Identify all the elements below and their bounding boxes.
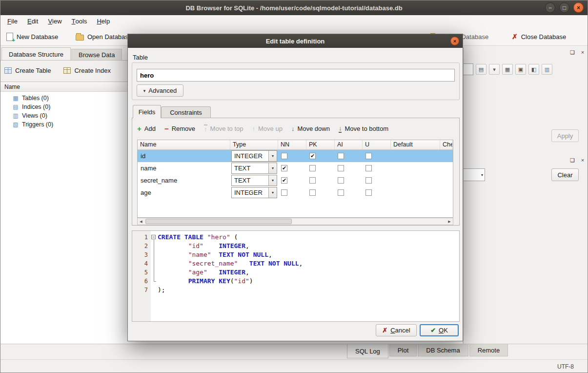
menu-item-help[interactable]: Help <box>92 15 115 27</box>
ai-checkbox[interactable] <box>338 153 344 159</box>
field-name-cell[interactable]: id <box>138 150 230 162</box>
pk-checkbox[interactable] <box>309 165 316 171</box>
advanced-toggle-button[interactable]: ▾ Advanced <box>137 84 183 97</box>
check-cell[interactable] <box>440 150 453 162</box>
dock-toolbar-icon[interactable]: ◧ <box>528 64 539 75</box>
close-database-button[interactable]: ✗ Close Database <box>508 29 570 44</box>
u-checkbox[interactable] <box>365 189 372 196</box>
default-cell[interactable] <box>391 162 440 174</box>
check-cell[interactable] <box>440 162 453 174</box>
field-row-secret-name[interactable]: secret_nameTEXT▾✔ <box>138 174 453 186</box>
bottom-tab-db-schema[interactable]: DB Schema <box>418 344 468 356</box>
dock-text-field[interactable] <box>464 63 473 75</box>
remove-button[interactable]: −Remove <box>164 124 195 133</box>
dock-toolbar-icon[interactable]: ▣ <box>515 64 526 75</box>
dock2-close-icon[interactable]: × <box>579 157 586 164</box>
table-name-input[interactable] <box>137 69 455 82</box>
create-table-button[interactable]: Create Table <box>4 67 51 74</box>
default-cell[interactable] <box>391 150 440 162</box>
ok-button[interactable]: ✔ OK <box>420 324 459 336</box>
u-checkbox[interactable] <box>365 153 372 159</box>
fold-collapse-icon[interactable]: − <box>151 235 156 239</box>
move-to-bottom-button[interactable]: ↓Move to bottom <box>339 124 388 133</box>
nn-checkbox[interactable]: ✔ <box>281 177 287 184</box>
minimize-button[interactable]: − <box>545 2 555 13</box>
dock-toolbar-icon[interactable]: ▥ <box>542 64 552 75</box>
combobox-dropdown-icon[interactable]: ▾ <box>268 163 277 173</box>
tab-browse-data[interactable]: Browse Data <box>71 49 122 61</box>
u-checkbox[interactable] <box>365 165 372 171</box>
cancel-button[interactable]: ✗ Cancel <box>376 324 417 336</box>
ai-checkbox[interactable] <box>338 189 344 196</box>
dock2-float-icon[interactable]: ❏ <box>569 157 576 164</box>
combobox-dropdown-icon[interactable]: ▾ <box>268 187 277 198</box>
ai-checkbox[interactable] <box>338 177 344 184</box>
column-header-type[interactable]: Type <box>230 140 278 149</box>
dock1-float-icon[interactable]: ❏ <box>569 49 576 56</box>
sql-token: "age" <box>188 269 207 276</box>
scrollbar-thumb[interactable] <box>145 219 292 224</box>
move-down-button[interactable]: ↓Move down <box>291 125 330 132</box>
dock-toolbar-icon[interactable]: ▤ <box>476 64 487 75</box>
dock1-close-icon[interactable]: × <box>579 49 586 56</box>
type-combobox[interactable]: INTEGER▾ <box>231 187 277 198</box>
bottom-tab-remote[interactable]: Remote <box>469 344 508 356</box>
field-name-cell[interactable]: name <box>138 162 230 174</box>
column-header-pk[interactable]: PK <box>306 140 335 149</box>
dialog-close-button[interactable]: × <box>450 37 459 45</box>
nn-checkbox[interactable] <box>281 189 287 196</box>
open-database-button[interactable]: Open Database <box>72 29 136 44</box>
pk-checkbox[interactable] <box>309 177 316 184</box>
column-header-u[interactable]: U <box>363 140 391 149</box>
type-combobox[interactable]: INTEGER▾ <box>231 150 277 162</box>
field-row-name[interactable]: nameTEXT▾✔ <box>138 162 453 174</box>
add-button[interactable]: +Add <box>137 124 156 133</box>
new-database-button[interactable]: + New Database <box>2 29 62 44</box>
check-cell[interactable] <box>440 174 453 186</box>
create-index-button[interactable]: Create Index <box>63 67 110 74</box>
line-number: 7 <box>132 286 151 294</box>
scroll-right-icon[interactable]: ▶ <box>446 220 453 224</box>
default-cell[interactable] <box>391 186 440 199</box>
tab-constraints[interactable]: Constraints <box>161 106 211 118</box>
clear-button[interactable]: Clear <box>551 168 579 181</box>
tab-fields[interactable]: Fields <box>133 105 161 118</box>
close-button[interactable]: × <box>573 2 584 13</box>
column-header-ai[interactable]: AI <box>335 140 363 149</box>
check-cell[interactable] <box>440 186 453 199</box>
dock-toolbar-icon[interactable]: ▾ <box>489 64 500 75</box>
combobox-dropdown-icon[interactable]: ▾ <box>268 151 277 161</box>
field-row-id[interactable]: idINTEGER▾✔ <box>138 150 453 162</box>
column-header-check[interactable]: Check <box>440 140 453 149</box>
nn-checkbox[interactable]: ✔ <box>281 165 287 171</box>
field-name-cell[interactable]: secret_name <box>138 174 230 186</box>
pk-checkbox[interactable]: ✔ <box>309 153 316 159</box>
menu-item-edit[interactable]: Edit <box>22 15 43 27</box>
pk-checkbox[interactable] <box>309 189 316 196</box>
nn-checkbox[interactable] <box>281 153 287 159</box>
ai-checkbox[interactable] <box>338 165 344 171</box>
maximize-button[interactable]: □ <box>559 2 569 13</box>
bottom-tab-plot[interactable]: Plot <box>389 344 417 356</box>
column-header-name[interactable]: Name <box>138 140 230 149</box>
field-row-age[interactable]: ageINTEGER▾ <box>138 186 453 199</box>
u-checkbox[interactable] <box>365 177 372 184</box>
scroll-left-icon[interactable]: ◀ <box>138 220 144 224</box>
bottom-tab-sql-log[interactable]: SQL Log <box>347 344 388 358</box>
sql-token <box>207 269 219 276</box>
menu-item-file[interactable]: File <box>2 15 22 27</box>
apply-button[interactable]: Apply <box>551 129 579 142</box>
type-combobox[interactable]: TEXT▾ <box>231 163 277 174</box>
menu-item-view[interactable]: View <box>43 15 66 27</box>
field-name-cell[interactable]: age <box>138 186 230 199</box>
tab-database-structure[interactable]: Database Structure <box>1 47 71 61</box>
combobox-dropdown-icon[interactable]: ▾ <box>268 175 277 186</box>
horizontal-scrollbar[interactable]: ◀ ▶ <box>137 218 453 225</box>
type-combobox[interactable]: TEXT▾ <box>231 175 277 186</box>
column-header-default[interactable]: Default <box>391 140 440 149</box>
sql-log-filter-combobox[interactable]: ▾ <box>464 168 485 181</box>
default-cell[interactable] <box>391 174 440 186</box>
column-header-nn[interactable]: NN <box>278 140 306 149</box>
dock-toolbar-icon[interactable]: ▦ <box>502 64 513 75</box>
menu-item-tools[interactable]: Tools <box>67 15 92 27</box>
